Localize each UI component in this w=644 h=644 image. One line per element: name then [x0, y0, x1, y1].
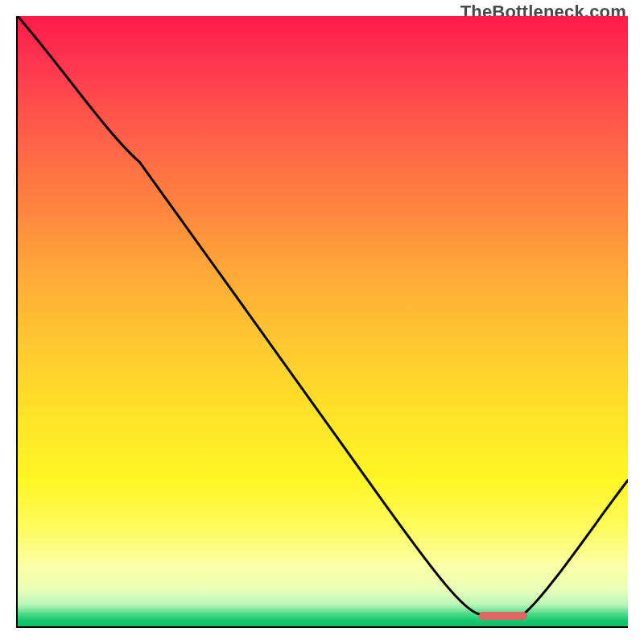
gradient-background — [18, 16, 628, 626]
plot-area — [16, 16, 628, 628]
bottleneck-chart: TheBottleneck.com — [0, 0, 644, 644]
optimal-range-marker — [479, 612, 527, 620]
